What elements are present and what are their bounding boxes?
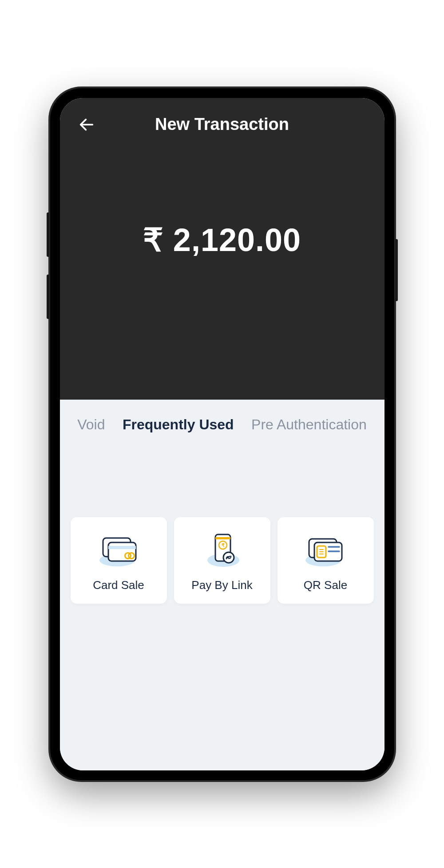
back-button[interactable] [73,111,100,138]
option-card-sale[interactable]: Card Sale [71,517,167,604]
category-tabs: Void Frequently Used Pre Authentication [60,400,385,442]
svg-rect-4 [108,546,136,549]
option-label: Pay By Link [191,578,252,592]
app-bar: New Transaction [60,98,385,147]
option-pay-by-link[interactable]: ₹ Pay By Link [174,517,270,604]
payment-options: Card Sale ₹ Pay By [60,442,385,604]
option-qr-sale[interactable]: QR Sale [278,517,374,604]
options-section: Void Frequently Used Pre Authentication [60,400,385,770]
back-arrow-icon [78,116,95,134]
pay-by-link-icon: ₹ [195,530,249,570]
svg-rect-9 [215,537,230,539]
amount-display-wrap: ₹ 2,120.00 [60,147,385,400]
svg-text:₹: ₹ [222,542,225,548]
card-sale-icon [92,530,145,570]
tab-void[interactable]: Void [77,416,105,433]
transaction-amount: ₹ 2,120.00 [143,221,301,259]
amount-section: New Transaction ₹ 2,120.00 [60,98,385,400]
option-label: Card Sale [93,578,144,592]
page-title: New Transaction [60,115,385,134]
phone-side-button [395,239,398,301]
qr-sale-icon [299,530,352,570]
tab-frequently-used[interactable]: Frequently Used [123,416,234,433]
phone-frame: New Transaction ₹ 2,120.00 Void Frequent… [50,88,394,780]
tab-pre-authentication[interactable]: Pre Authentication [251,416,367,433]
app-screen: New Transaction ₹ 2,120.00 Void Frequent… [60,98,385,770]
option-label: QR Sale [304,578,347,592]
